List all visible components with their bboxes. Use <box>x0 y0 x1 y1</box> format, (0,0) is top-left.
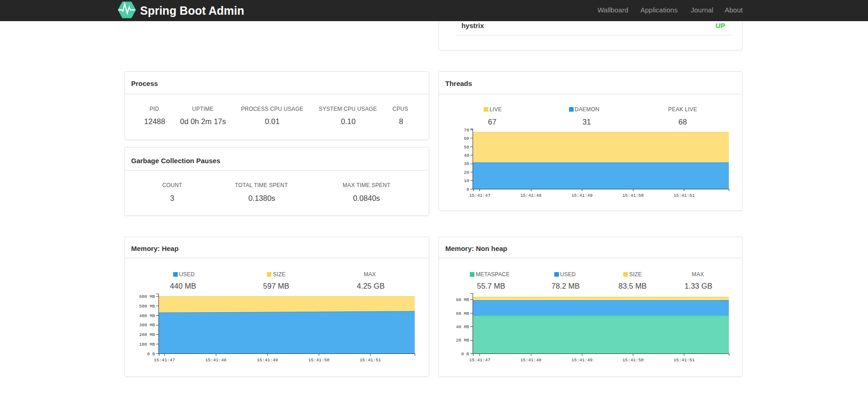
svg-text:10: 10 <box>464 178 469 183</box>
svg-text:40: 40 <box>464 153 469 158</box>
svg-text:SYSTEM CPU USAGE: SYSTEM CPU USAGE <box>319 106 377 112</box>
svg-text:Wallboard: Wallboard <box>597 6 628 14</box>
svg-text:PROCESS CPU USAGE: PROCESS CPU USAGE <box>241 106 304 112</box>
svg-text:20 MB: 20 MB <box>456 338 469 343</box>
svg-text:hystrix: hystrix <box>462 22 485 29</box>
svg-text:METASPACE: METASPACE <box>476 271 510 278</box>
svg-text:15:41:49: 15:41:49 <box>571 193 592 198</box>
svg-text:0: 0 <box>467 187 469 192</box>
svg-text:15:41:48: 15:41:48 <box>520 193 541 198</box>
svg-text:70: 70 <box>464 128 469 133</box>
svg-text:15:41:50: 15:41:50 <box>308 358 329 363</box>
svg-text:USED: USED <box>560 271 576 278</box>
svg-text:15:41:48: 15:41:48 <box>520 358 541 363</box>
svg-text:Garbage Collection Pauses: Garbage Collection Pauses <box>131 157 220 165</box>
svg-text:0.10: 0.10 <box>341 117 355 125</box>
svg-text:31: 31 <box>582 118 591 126</box>
svg-text:Memory: Non heap: Memory: Non heap <box>445 245 507 252</box>
svg-text:MAX: MAX <box>364 271 376 278</box>
svg-text:COUNT: COUNT <box>162 182 182 188</box>
svg-text:12488: 12488 <box>144 117 165 125</box>
svg-text:SIZE: SIZE <box>273 271 285 278</box>
svg-text:Threads: Threads <box>445 80 472 87</box>
svg-text:67: 67 <box>488 118 496 126</box>
svg-text:Journal: Journal <box>691 6 713 14</box>
svg-text:100 MB: 100 MB <box>139 342 155 347</box>
svg-text:Applications: Applications <box>641 6 678 14</box>
svg-text:15:41:49: 15:41:49 <box>257 358 278 363</box>
svg-text:8: 8 <box>399 117 403 125</box>
svg-text:Spring Boot Admin: Spring Boot Admin <box>140 4 244 17</box>
svg-text:0.1380s: 0.1380s <box>248 194 276 202</box>
svg-text:78.2 MB: 78.2 MB <box>552 282 580 290</box>
svg-text:500 MB: 500 MB <box>139 304 155 309</box>
svg-text:MAX: MAX <box>692 271 704 278</box>
svg-text:UP: UP <box>716 22 725 29</box>
svg-text:83.5 MB: 83.5 MB <box>618 282 646 290</box>
svg-text:55.7 MB: 55.7 MB <box>477 282 505 290</box>
svg-text:SIZE: SIZE <box>629 271 642 278</box>
svg-text:68: 68 <box>678 118 687 126</box>
svg-text:60: 60 <box>464 136 469 141</box>
svg-text:Process: Process <box>131 80 158 87</box>
svg-text:LIVE: LIVE <box>490 106 502 113</box>
svg-text:4.25 GB: 4.25 GB <box>357 282 385 290</box>
svg-text:30: 30 <box>464 161 469 166</box>
svg-text:About: About <box>725 6 743 14</box>
svg-text:0 B: 0 B <box>461 352 469 357</box>
svg-text:UPTIME: UPTIME <box>192 106 214 112</box>
svg-text:15:41:50: 15:41:50 <box>622 193 643 198</box>
svg-text:15:41:47: 15:41:47 <box>469 358 490 363</box>
svg-text:440 MB: 440 MB <box>170 282 196 290</box>
svg-text:Memory: Heap: Memory: Heap <box>131 245 179 252</box>
svg-text:1.33 GB: 1.33 GB <box>684 282 712 290</box>
svg-text:TOTAL TIME SPENT: TOTAL TIME SPENT <box>235 182 288 188</box>
svg-text:15:41:47: 15:41:47 <box>154 358 175 363</box>
svg-text:200 MB: 200 MB <box>139 332 155 337</box>
svg-text:MAX TIME SPENT: MAX TIME SPENT <box>343 182 390 188</box>
svg-text:0d 0h 2m 17s: 0d 0h 2m 17s <box>180 117 226 125</box>
svg-text:15:41:49: 15:41:49 <box>571 358 592 363</box>
svg-text:15:41:51: 15:41:51 <box>674 358 695 363</box>
svg-text:80 MB: 80 MB <box>456 297 469 302</box>
svg-text:PEAK LIVE: PEAK LIVE <box>668 106 697 113</box>
svg-text:0.01: 0.01 <box>265 117 280 125</box>
svg-text:50: 50 <box>464 145 469 150</box>
svg-text:3: 3 <box>170 194 174 202</box>
svg-text:CPUS: CPUS <box>393 106 408 112</box>
svg-text:USED: USED <box>179 271 195 278</box>
svg-text:300 MB: 300 MB <box>139 323 155 328</box>
svg-text:15:41:51: 15:41:51 <box>674 193 695 198</box>
svg-text:600 MB: 600 MB <box>139 294 155 299</box>
svg-text:PID: PID <box>150 106 159 112</box>
svg-text:15:41:50: 15:41:50 <box>622 358 643 363</box>
svg-text:15:41:47: 15:41:47 <box>469 193 490 198</box>
svg-text:0.0840s: 0.0840s <box>353 194 380 202</box>
svg-text:40 MB: 40 MB <box>456 325 469 330</box>
svg-text:60 MB: 60 MB <box>456 311 469 316</box>
svg-text:0 B: 0 B <box>147 352 155 357</box>
svg-text:15:41:48: 15:41:48 <box>205 358 226 363</box>
svg-text:400 MB: 400 MB <box>139 313 155 319</box>
svg-text:20: 20 <box>464 170 469 175</box>
svg-text:DAEMON: DAEMON <box>575 106 599 113</box>
svg-text:15:41:51: 15:41:51 <box>360 358 381 363</box>
svg-text:597 MB: 597 MB <box>263 282 289 290</box>
